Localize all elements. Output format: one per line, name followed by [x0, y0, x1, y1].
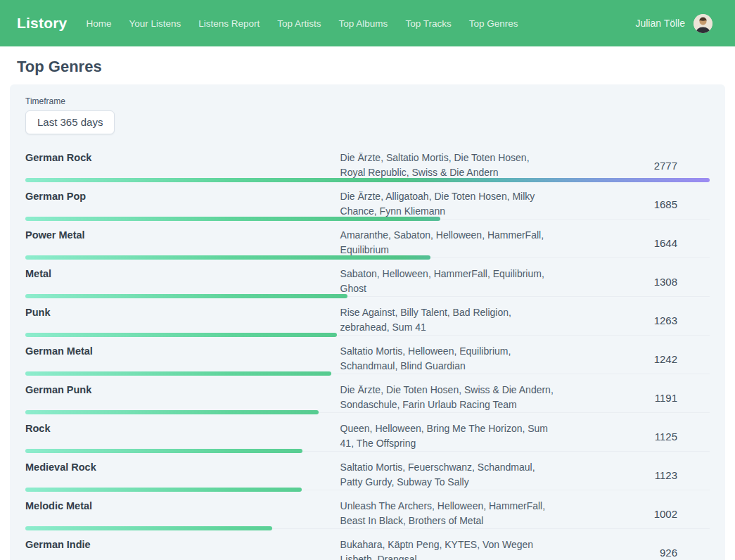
genre-count: 1242: [558, 353, 710, 365]
genre-artists: Unleash The Archers, Helloween, HammerFa…: [340, 499, 558, 528]
genre-count: 1263: [558, 314, 710, 326]
nav-item-listens-report[interactable]: Listens Report: [198, 18, 260, 29]
genre-row: Power Metal Amaranthe, Sabaton, Hellowee…: [25, 219, 710, 258]
genre-bar: [25, 255, 430, 260]
genre-name: Rock: [25, 421, 340, 451]
genre-name: Power Metal: [25, 228, 340, 257]
genre-name: German Metal: [25, 344, 340, 374]
nav-item-top-artists[interactable]: Top Artists: [277, 18, 321, 29]
genre-count: 926: [558, 547, 710, 559]
genre-row: German Pop Die Ärzte, Alligatoah, Die To…: [25, 181, 710, 219]
main-nav: HomeYour ListensListens ReportTop Artist…: [86, 18, 635, 29]
genre-name: Metal: [25, 267, 340, 296]
genre-bar: [25, 333, 337, 337]
nav-item-home[interactable]: Home: [86, 18, 111, 29]
genre-artists: Amaranthe, Sabaton, Helloween, HammerFal…: [340, 228, 558, 257]
genre-artists: Bukahara, Käptn Peng, KYTES, Von Wegen L…: [340, 537, 558, 560]
genre-artists: Queen, Helloween, Bring Me The Horizon, …: [340, 421, 558, 451]
user-menu[interactable]: Julian Tölle: [635, 14, 712, 33]
genre-row: Punk Rise Against, Billy Talent, Bad Rel…: [25, 297, 710, 336]
genre-name: Medieval Rock: [25, 460, 340, 490]
app-logo[interactable]: Listory: [17, 15, 67, 32]
genre-count: 2777: [558, 160, 710, 172]
genre-row: Rock Queen, Helloween, Bring Me The Hori…: [25, 413, 710, 452]
nav-item-top-tracks[interactable]: Top Tracks: [405, 18, 451, 29]
genre-artists: Die Ärzte, Saltatio Mortis, Die Toten Ho…: [340, 151, 558, 180]
genre-count: 1125: [558, 431, 710, 443]
genre-name: German Rock: [25, 151, 340, 180]
nav-item-top-albums[interactable]: Top Albums: [339, 18, 388, 29]
genre-bar: [25, 371, 331, 376]
timeframe-label: Timeframe: [25, 96, 710, 107]
top-genres-card: Timeframe Last 365 days German Rock Die …: [10, 84, 725, 560]
timeframe-select[interactable]: Last 365 days: [25, 110, 115, 134]
genre-row: German Metal Saltatio Mortis, Helloween,…: [25, 336, 710, 374]
genre-artists: Saltatio Mortis, Helloween, Equilibrium,…: [340, 344, 558, 374]
genre-row: German Indie Bukahara, Käptn Peng, KYTES…: [25, 529, 710, 560]
genre-artists: Saltatio Mortis, Feuerschwanz, Schandmau…: [340, 460, 558, 490]
genre-bar: [25, 294, 347, 298]
genre-name: Melodic Metal: [25, 499, 340, 528]
genre-bar: [25, 449, 302, 453]
genre-row: German Rock Die Ärzte, Saltatio Mortis, …: [25, 142, 710, 181]
genre-artists: Die Ärzte, Alligatoah, Die Toten Hosen, …: [340, 189, 558, 219]
genre-count: 1685: [558, 198, 710, 210]
genre-bar: [25, 410, 319, 414]
genre-count: 1191: [558, 392, 710, 404]
genre-row: German Punk Die Ärzte, Die Toten Hosen, …: [25, 374, 710, 413]
nav-item-your-listens[interactable]: Your Listens: [129, 18, 181, 29]
genre-artists: Die Ärzte, Die Toten Hosen, Swiss & Die …: [340, 383, 558, 412]
genre-bar: [25, 178, 710, 182]
genre-bar: [25, 217, 440, 221]
genre-name: Punk: [25, 305, 340, 335]
genres-table: German Rock Die Ärzte, Saltatio Mortis, …: [25, 142, 710, 560]
nav-item-top-genres[interactable]: Top Genres: [469, 18, 518, 29]
page-title: Top Genres: [17, 58, 718, 75]
genre-count: 1308: [558, 276, 710, 288]
genre-bar: [25, 488, 302, 492]
user-name: Julian Tölle: [635, 18, 685, 29]
genre-bar: [25, 526, 272, 530]
genre-count: 1644: [558, 237, 710, 249]
top-navbar: Listory HomeYour ListensListens ReportTo…: [0, 0, 735, 46]
genre-row: Metal Sabaton, Helloween, HammerFall, Eq…: [25, 258, 710, 297]
genre-row: Melodic Metal Unleash The Archers, Hello…: [25, 490, 710, 529]
genre-row: Medieval Rock Saltatio Mortis, Feuerschw…: [25, 452, 710, 490]
genre-artists: Rise Against, Billy Talent, Bad Religion…: [340, 305, 558, 335]
genre-count: 1123: [558, 469, 710, 481]
genre-artists: Sabaton, Helloween, HammerFall, Equilibr…: [340, 267, 558, 296]
genre-name: German Pop: [25, 189, 340, 219]
genre-count: 1002: [558, 508, 710, 520]
genre-name: German Indie: [25, 537, 340, 560]
genre-name: German Punk: [25, 383, 340, 412]
user-avatar-icon[interactable]: [694, 14, 712, 33]
